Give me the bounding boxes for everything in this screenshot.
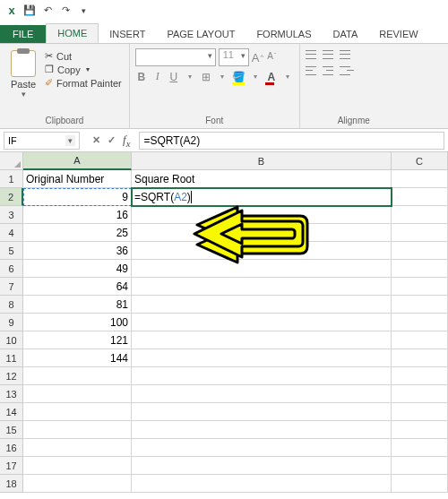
- tab-review[interactable]: REVIEW: [368, 25, 428, 43]
- cell-A18[interactable]: [23, 475, 132, 493]
- cell-B7[interactable]: [132, 278, 392, 296]
- cell-C14[interactable]: [392, 403, 448, 421]
- tab-file[interactable]: FILE: [0, 25, 46, 43]
- font-name-combo[interactable]: [135, 48, 216, 66]
- cut-button[interactable]: ✂Cut: [45, 50, 122, 62]
- row-header-13[interactable]: 13: [0, 385, 23, 403]
- row-header-2[interactable]: 2: [0, 188, 23, 206]
- formula-bar[interactable]: =SQRT(A2): [139, 132, 444, 150]
- cell-C18[interactable]: [392, 475, 448, 493]
- cell-C16[interactable]: [392, 439, 448, 457]
- cell-A15[interactable]: [23, 421, 132, 439]
- cell-B18[interactable]: [132, 475, 392, 493]
- cell-A11[interactable]: 144: [23, 349, 132, 367]
- grow-font-button[interactable]: A: [252, 51, 260, 65]
- cell-C5[interactable]: [392, 242, 448, 260]
- cell-A12[interactable]: [23, 367, 132, 385]
- col-header-c[interactable]: C: [392, 152, 448, 170]
- row-header-16[interactable]: 16: [0, 439, 23, 457]
- cell-B2[interactable]: =SQRT(A2): [132, 188, 392, 206]
- cell-A1[interactable]: Original Number: [23, 170, 132, 188]
- cell-C11[interactable]: [392, 349, 448, 367]
- cancel-formula-icon[interactable]: ✕: [92, 134, 100, 146]
- paste-button[interactable]: Paste ▾: [5, 47, 41, 116]
- cell-C15[interactable]: [392, 421, 448, 439]
- col-header-b[interactable]: B: [132, 152, 392, 170]
- border-button[interactable]: ⊞: [200, 71, 212, 83]
- row-header-14[interactable]: 14: [0, 403, 23, 421]
- row-header-11[interactable]: 11: [0, 349, 23, 367]
- align-left-icon[interactable]: [306, 65, 320, 77]
- row-header-18[interactable]: 18: [0, 475, 23, 493]
- cell-C17[interactable]: [392, 457, 448, 475]
- copy-button[interactable]: ❐Copy▾: [45, 64, 122, 75]
- cell-B5[interactable]: [132, 242, 392, 260]
- cell-A5[interactable]: 36: [23, 242, 132, 260]
- cell-B9[interactable]: [132, 314, 392, 331]
- cell-C10[interactable]: [392, 331, 448, 349]
- cell-B12[interactable]: [132, 367, 392, 385]
- row-header-8[interactable]: 8: [0, 296, 23, 314]
- tab-formulas[interactable]: FORMULAS: [246, 25, 322, 43]
- row-header-5[interactable]: 5: [0, 242, 23, 260]
- italic-button[interactable]: I: [151, 70, 164, 83]
- cell-A9[interactable]: 100: [23, 314, 132, 331]
- row-header-3[interactable]: 3: [0, 206, 23, 224]
- cell-C7[interactable]: [392, 278, 448, 296]
- cell-A14[interactable]: [23, 403, 132, 421]
- cell-C8[interactable]: [392, 296, 448, 314]
- cell-C1[interactable]: [392, 170, 448, 188]
- row-header-7[interactable]: 7: [0, 278, 23, 296]
- underline-button[interactable]: U: [168, 71, 180, 83]
- fill-color-button[interactable]: 🪣: [232, 71, 246, 83]
- align-bottom-icon[interactable]: [340, 48, 354, 61]
- bold-button[interactable]: B: [135, 71, 148, 83]
- cell-C2[interactable]: [392, 188, 448, 206]
- col-header-a[interactable]: A: [23, 152, 132, 170]
- cell-B8[interactable]: [132, 296, 392, 314]
- row-header-10[interactable]: 10: [0, 331, 23, 349]
- row-header-6[interactable]: 6: [0, 260, 23, 278]
- cell-C13[interactable]: [392, 385, 448, 403]
- cell-B6[interactable]: [132, 260, 392, 278]
- cell-A8[interactable]: 81: [23, 296, 132, 314]
- cell-A17[interactable]: [23, 457, 132, 475]
- tab-insert[interactable]: INSERT: [99, 25, 156, 43]
- redo-icon[interactable]: ↷: [57, 3, 73, 19]
- cell-B3[interactable]: [132, 206, 392, 224]
- cell-C12[interactable]: [392, 367, 448, 385]
- cell-A3[interactable]: 16: [23, 206, 132, 224]
- cell-B17[interactable]: [132, 457, 392, 475]
- cell-C3[interactable]: [392, 206, 448, 224]
- row-header-1[interactable]: 1: [0, 170, 23, 188]
- cell-A13[interactable]: [23, 385, 132, 403]
- tab-home[interactable]: HOME: [46, 23, 99, 43]
- cell-B10[interactable]: [132, 331, 392, 349]
- cell-B13[interactable]: [132, 385, 392, 403]
- row-header-4[interactable]: 4: [0, 224, 23, 242]
- select-all-corner[interactable]: [0, 152, 23, 170]
- align-right-icon[interactable]: [340, 65, 354, 77]
- qat-customize-icon[interactable]: ▾: [75, 3, 91, 19]
- align-top-icon[interactable]: [306, 48, 320, 61]
- cell-B15[interactable]: [132, 421, 392, 439]
- row-header-17[interactable]: 17: [0, 457, 23, 475]
- cell-A4[interactable]: 25: [23, 224, 132, 242]
- font-size-combo[interactable]: 11: [219, 48, 249, 66]
- align-center-icon[interactable]: [323, 65, 337, 77]
- tab-page-layout[interactable]: PAGE LAYOUT: [156, 25, 246, 43]
- cell-A6[interactable]: 49: [23, 260, 132, 278]
- format-painter-button[interactable]: ✐Format Painter: [45, 77, 122, 89]
- cell-B14[interactable]: [132, 403, 392, 421]
- row-header-15[interactable]: 15: [0, 421, 23, 439]
- cell-C9[interactable]: [392, 314, 448, 331]
- cell-B1[interactable]: Square Root: [132, 170, 392, 188]
- row-header-12[interactable]: 12: [0, 367, 23, 385]
- undo-icon[interactable]: ↶: [39, 3, 56, 19]
- tab-data[interactable]: DATA: [323, 25, 369, 43]
- cell-B4[interactable]: [132, 224, 392, 242]
- save-icon[interactable]: 💾: [22, 3, 38, 19]
- cell-B16[interactable]: [132, 439, 392, 457]
- fx-icon[interactable]: fx: [123, 133, 130, 149]
- cell-A2[interactable]: 9: [23, 188, 132, 206]
